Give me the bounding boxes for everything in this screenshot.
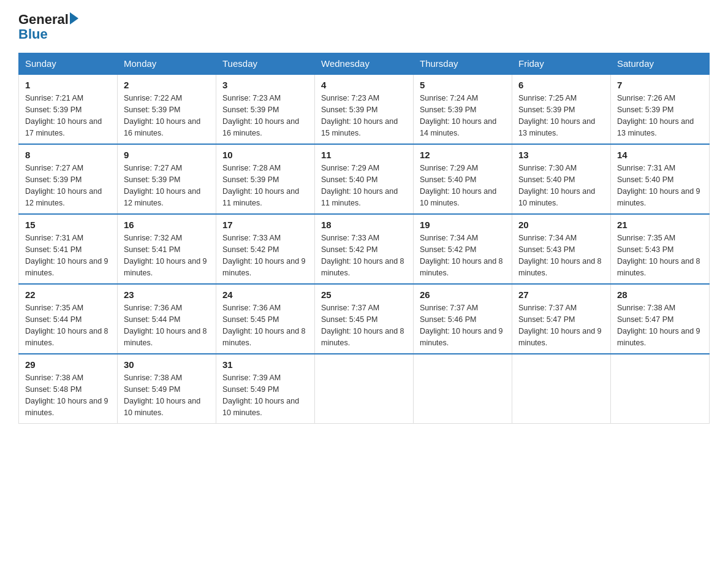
- col-monday: Monday: [118, 53, 216, 75]
- col-saturday: Saturday: [611, 53, 710, 75]
- day-info: Sunrise: 7:39 AMSunset: 5:49 PMDaylight:…: [222, 372, 308, 418]
- logo: General Blue: [18, 12, 78, 42]
- day-info: Sunrise: 7:23 AMSunset: 5:39 PMDaylight:…: [321, 93, 407, 139]
- day-number: 15: [25, 220, 111, 230]
- calendar-header-row: Sunday Monday Tuesday Wednesday Thursday…: [19, 53, 710, 75]
- table-row: 13Sunrise: 7:30 AMSunset: 5:40 PMDayligh…: [512, 144, 611, 214]
- table-row: 26Sunrise: 7:37 AMSunset: 5:46 PMDayligh…: [414, 284, 512, 354]
- table-row: 29Sunrise: 7:38 AMSunset: 5:48 PMDayligh…: [19, 354, 118, 424]
- day-info: Sunrise: 7:32 AMSunset: 5:41 PMDaylight:…: [124, 232, 210, 278]
- day-info: Sunrise: 7:31 AMSunset: 5:40 PMDaylight:…: [617, 163, 703, 209]
- calendar-week-row: 29Sunrise: 7:38 AMSunset: 5:48 PMDayligh…: [19, 354, 710, 424]
- table-row: 3Sunrise: 7:23 AMSunset: 5:39 PMDaylight…: [216, 74, 315, 144]
- day-number: 16: [124, 220, 210, 230]
- day-number: 8: [25, 150, 111, 160]
- day-info: Sunrise: 7:37 AMSunset: 5:47 PMDaylight:…: [518, 302, 604, 348]
- day-number: 3: [222, 80, 308, 90]
- table-row: 12Sunrise: 7:29 AMSunset: 5:40 PMDayligh…: [414, 144, 512, 214]
- table-row: 7Sunrise: 7:26 AMSunset: 5:39 PMDaylight…: [611, 74, 710, 144]
- day-info: Sunrise: 7:36 AMSunset: 5:44 PMDaylight:…: [124, 302, 210, 348]
- day-number: 17: [222, 220, 308, 230]
- table-row: 2Sunrise: 7:22 AMSunset: 5:39 PMDaylight…: [118, 74, 216, 144]
- table-row: 14Sunrise: 7:31 AMSunset: 5:40 PMDayligh…: [611, 144, 710, 214]
- day-info: Sunrise: 7:26 AMSunset: 5:39 PMDaylight:…: [617, 93, 703, 139]
- table-row: 4Sunrise: 7:23 AMSunset: 5:39 PMDaylight…: [315, 74, 414, 144]
- day-number: 29: [25, 359, 111, 370]
- calendar-week-row: 15Sunrise: 7:31 AMSunset: 5:41 PMDayligh…: [19, 214, 710, 284]
- day-number: 21: [617, 220, 703, 230]
- day-info: Sunrise: 7:22 AMSunset: 5:39 PMDaylight:…: [124, 93, 210, 139]
- day-info: Sunrise: 7:36 AMSunset: 5:45 PMDaylight:…: [222, 302, 308, 348]
- day-info: Sunrise: 7:35 AMSunset: 5:43 PMDaylight:…: [617, 232, 703, 278]
- day-info: Sunrise: 7:30 AMSunset: 5:40 PMDaylight:…: [518, 163, 604, 209]
- day-info: Sunrise: 7:24 AMSunset: 5:39 PMDaylight:…: [420, 93, 506, 139]
- day-number: 9: [124, 150, 210, 160]
- table-row: [611, 354, 710, 424]
- table-row: 28Sunrise: 7:38 AMSunset: 5:47 PMDayligh…: [611, 284, 710, 354]
- table-row: 19Sunrise: 7:34 AMSunset: 5:42 PMDayligh…: [414, 214, 512, 284]
- day-number: 1: [25, 80, 111, 90]
- table-row: 23Sunrise: 7:36 AMSunset: 5:44 PMDayligh…: [118, 284, 216, 354]
- logo-triangle-icon: [70, 12, 78, 25]
- col-wednesday: Wednesday: [315, 53, 414, 75]
- day-info: Sunrise: 7:25 AMSunset: 5:39 PMDaylight:…: [518, 93, 604, 139]
- day-info: Sunrise: 7:27 AMSunset: 5:39 PMDaylight:…: [124, 163, 210, 209]
- calendar-week-row: 8Sunrise: 7:27 AMSunset: 5:39 PMDaylight…: [19, 144, 710, 214]
- day-info: Sunrise: 7:35 AMSunset: 5:44 PMDaylight:…: [25, 302, 111, 348]
- table-row: 16Sunrise: 7:32 AMSunset: 5:41 PMDayligh…: [118, 214, 216, 284]
- day-info: Sunrise: 7:31 AMSunset: 5:41 PMDaylight:…: [25, 232, 111, 278]
- day-number: 26: [420, 289, 506, 300]
- day-number: 24: [222, 289, 308, 300]
- day-number: 4: [321, 80, 407, 90]
- day-info: Sunrise: 7:37 AMSunset: 5:45 PMDaylight:…: [321, 302, 407, 348]
- day-number: 11: [321, 150, 407, 160]
- table-row: 31Sunrise: 7:39 AMSunset: 5:49 PMDayligh…: [216, 354, 315, 424]
- day-info: Sunrise: 7:33 AMSunset: 5:42 PMDaylight:…: [321, 232, 407, 278]
- day-number: 6: [518, 80, 604, 90]
- table-row: 10Sunrise: 7:28 AMSunset: 5:39 PMDayligh…: [216, 144, 315, 214]
- table-row: 8Sunrise: 7:27 AMSunset: 5:39 PMDaylight…: [19, 144, 118, 214]
- day-info: Sunrise: 7:23 AMSunset: 5:39 PMDaylight:…: [222, 93, 308, 139]
- day-info: Sunrise: 7:28 AMSunset: 5:39 PMDaylight:…: [222, 163, 308, 209]
- day-number: 7: [617, 80, 703, 90]
- day-info: Sunrise: 7:29 AMSunset: 5:40 PMDaylight:…: [420, 163, 506, 209]
- table-row: 1Sunrise: 7:21 AMSunset: 5:39 PMDaylight…: [19, 74, 118, 144]
- table-row: 30Sunrise: 7:38 AMSunset: 5:49 PMDayligh…: [118, 354, 216, 424]
- table-row: 22Sunrise: 7:35 AMSunset: 5:44 PMDayligh…: [19, 284, 118, 354]
- calendar-week-row: 22Sunrise: 7:35 AMSunset: 5:44 PMDayligh…: [19, 284, 710, 354]
- table-row: 18Sunrise: 7:33 AMSunset: 5:42 PMDayligh…: [315, 214, 414, 284]
- day-number: 30: [124, 359, 210, 370]
- calendar-table: Sunday Monday Tuesday Wednesday Thursday…: [18, 53, 710, 424]
- day-number: 2: [124, 80, 210, 90]
- table-row: 20Sunrise: 7:34 AMSunset: 5:43 PMDayligh…: [512, 214, 611, 284]
- logo-blue-text: Blue: [18, 26, 48, 42]
- col-sunday: Sunday: [19, 53, 118, 75]
- day-number: 20: [518, 220, 604, 230]
- table-row: 6Sunrise: 7:25 AMSunset: 5:39 PMDaylight…: [512, 74, 611, 144]
- day-info: Sunrise: 7:37 AMSunset: 5:46 PMDaylight:…: [420, 302, 506, 348]
- table-row: 25Sunrise: 7:37 AMSunset: 5:45 PMDayligh…: [315, 284, 414, 354]
- col-tuesday: Tuesday: [216, 53, 315, 75]
- day-info: Sunrise: 7:27 AMSunset: 5:39 PMDaylight:…: [25, 163, 111, 209]
- col-thursday: Thursday: [414, 53, 512, 75]
- day-number: 14: [617, 150, 703, 160]
- day-number: 5: [420, 80, 506, 90]
- page-header: General Blue: [18, 12, 710, 42]
- table-row: 9Sunrise: 7:27 AMSunset: 5:39 PMDaylight…: [118, 144, 216, 214]
- day-number: 18: [321, 220, 407, 230]
- table-row: 27Sunrise: 7:37 AMSunset: 5:47 PMDayligh…: [512, 284, 611, 354]
- day-info: Sunrise: 7:34 AMSunset: 5:42 PMDaylight:…: [420, 232, 506, 278]
- table-row: [512, 354, 611, 424]
- logo-general-text: General: [18, 12, 69, 27]
- table-row: [315, 354, 414, 424]
- table-row: 21Sunrise: 7:35 AMSunset: 5:43 PMDayligh…: [611, 214, 710, 284]
- day-info: Sunrise: 7:38 AMSunset: 5:48 PMDaylight:…: [25, 372, 111, 418]
- day-number: 31: [222, 359, 308, 370]
- table-row: 17Sunrise: 7:33 AMSunset: 5:42 PMDayligh…: [216, 214, 315, 284]
- col-friday: Friday: [512, 53, 611, 75]
- day-number: 25: [321, 289, 407, 300]
- day-info: Sunrise: 7:29 AMSunset: 5:40 PMDaylight:…: [321, 163, 407, 209]
- day-info: Sunrise: 7:38 AMSunset: 5:49 PMDaylight:…: [124, 372, 210, 418]
- day-number: 28: [617, 289, 703, 300]
- table-row: 15Sunrise: 7:31 AMSunset: 5:41 PMDayligh…: [19, 214, 118, 284]
